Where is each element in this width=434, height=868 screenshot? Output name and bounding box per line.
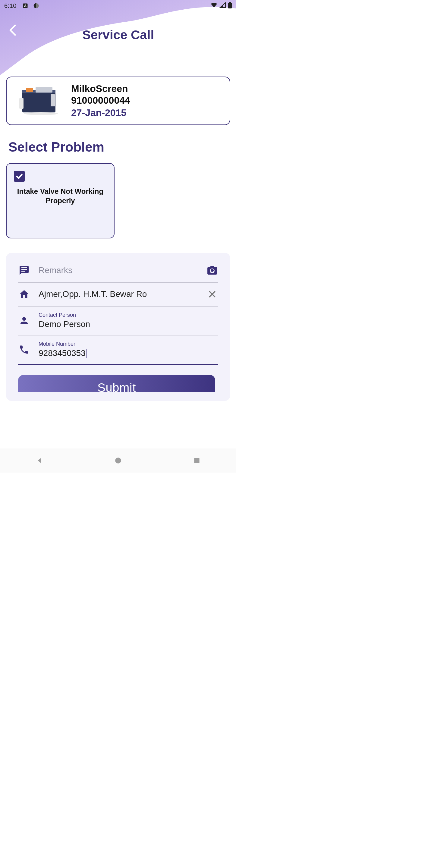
contact-label: Contact Person: [38, 312, 218, 318]
device-card: MilkoScreen 91000000044 27-Jan-2015: [6, 76, 230, 125]
problem-text: Intake Valve Not Working Properly: [14, 187, 107, 205]
clear-address-button[interactable]: [206, 288, 218, 300]
submit-label: Submit: [97, 381, 136, 392]
keyboard-app-icon: A: [22, 2, 29, 9]
status-bar: 6:10 A: [0, 0, 236, 11]
device-date: 27-Jan-2015: [71, 107, 222, 119]
submit-button[interactable]: Submit: [18, 375, 215, 392]
nav-back[interactable]: [33, 455, 45, 467]
person-icon: [18, 315, 30, 327]
remarks-row: [18, 263, 218, 283]
app-notification-icon: [33, 2, 39, 9]
wifi-icon: [210, 2, 218, 9]
svg-point-12: [115, 458, 121, 464]
problem-checkbox[interactable]: [14, 171, 25, 182]
section-heading: Select Problem: [8, 140, 230, 155]
device-name: MilkoScreen: [71, 83, 222, 94]
page-title: Service Call: [0, 28, 236, 42]
home-icon: [18, 288, 30, 300]
svg-rect-13: [194, 458, 199, 463]
remarks-input[interactable]: [38, 266, 198, 275]
address-input[interactable]: [38, 289, 198, 299]
nav-recent[interactable]: [191, 455, 203, 467]
android-nav-bar: [0, 448, 236, 472]
svg-rect-9: [19, 98, 24, 109]
close-icon: [208, 290, 217, 299]
form-card: Contact Person Mobile Number 9283450353: [6, 253, 230, 401]
svg-point-11: [24, 112, 58, 115]
check-icon: [16, 173, 23, 180]
contact-input[interactable]: [38, 319, 218, 329]
text-cursor: [86, 349, 87, 358]
mobile-row: Mobile Number 9283450353: [18, 336, 218, 365]
mobile-label: Mobile Number: [38, 341, 218, 347]
device-serial: 91000000044: [71, 95, 222, 106]
phone-icon: [18, 344, 30, 355]
address-row: [18, 283, 218, 307]
svg-rect-4: [228, 3, 232, 8]
problem-card[interactable]: Intake Valve Not Working Properly: [6, 163, 115, 239]
svg-rect-5: [22, 90, 56, 113]
svg-rect-7: [26, 88, 33, 92]
svg-rect-3: [229, 2, 231, 3]
svg-text:A: A: [24, 4, 27, 7]
nav-home[interactable]: [112, 455, 124, 467]
svg-rect-8: [36, 87, 53, 93]
contact-row: Contact Person: [18, 307, 218, 336]
battery-icon: [228, 2, 232, 10]
signal-icon: [219, 2, 226, 9]
svg-rect-10: [51, 94, 55, 106]
device-image: [14, 84, 62, 118]
mobile-input[interactable]: 9283450353: [38, 348, 86, 358]
remarks-icon: [18, 264, 30, 276]
camera-icon: [207, 265, 218, 276]
status-time: 6:10: [4, 2, 17, 9]
camera-button[interactable]: [206, 264, 218, 276]
